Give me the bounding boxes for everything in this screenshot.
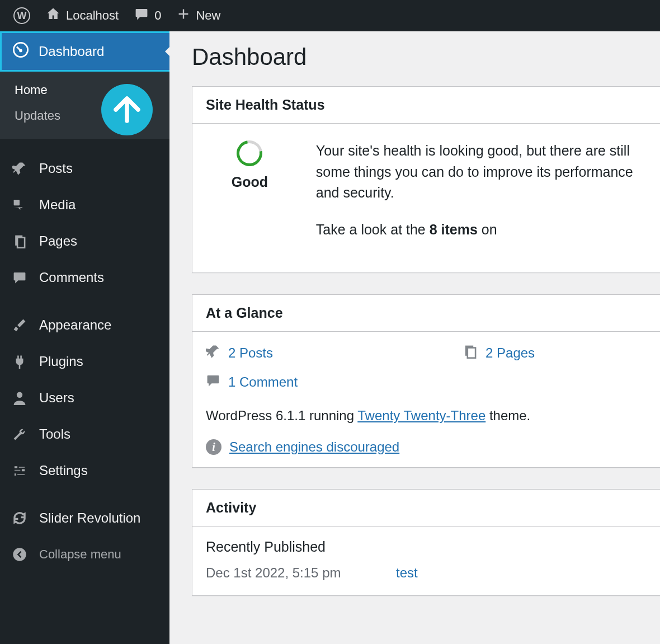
media-icon [11,198,28,212]
sidebar-item-label: Media [39,197,76,213]
pages-icon [463,344,478,362]
sidebar-item-pages[interactable]: Pages [0,223,169,259]
svg-point-5 [17,392,22,397]
new-label: New [196,8,220,23]
site-health-items-line: Take a look at the 8 items on [316,219,647,241]
user-icon [11,391,28,405]
site-health-status-label: Good [206,174,294,190]
sidebar-item-posts[interactable]: Posts [0,150,169,186]
glance-posts[interactable]: 2 Posts [206,344,273,362]
site-health-paragraph: Your site's health is looking good, but … [316,140,647,204]
sidebar-item-users[interactable]: Users [0,379,169,416]
glance-comments[interactable]: 1 Comment [206,373,298,391]
wordpress-version-info: WordPress 6.1.1 running Twenty Twenty-Th… [206,408,647,424]
search-discouraged-link[interactable]: Search engines discouraged [229,439,399,455]
sidebar-item-label: Tools [39,426,70,442]
site-health-header: Site Health Status [192,87,660,124]
glance-pages-link[interactable]: 2 Pages [485,345,535,361]
wordpress-logo-icon: W [13,7,30,24]
sidebar-item-label: Plugins [39,354,83,369]
menu-group-extra: Slider Revolution Collapse menu [0,488,169,572]
glance-posts-link[interactable]: 2 Posts [228,345,273,361]
activity-date: Dec 1st 2022, 5:15 pm [206,565,374,581]
comments-menu[interactable]: 0 [126,0,169,31]
at-a-glance-panel: At a Glance 2 Posts 2 Pages [192,294,660,468]
activity-item: Dec 1st 2022, 5:15 pm test [192,561,660,595]
gauge-ring-icon [232,135,267,171]
comment-count: 0 [154,8,161,23]
activity-panel: Activity Recently Published Dec 1st 2022… [192,489,660,596]
svg-point-1 [19,49,22,53]
glance-pages[interactable]: 2 Pages [463,344,535,362]
brush-icon [11,318,28,332]
refresh-icon [11,511,28,525]
glance-comments-link[interactable]: 1 Comment [228,374,298,390]
search-discouraged-notice: i Search engines discouraged [206,439,647,455]
wrench-icon [11,427,28,441]
sidebar-item-comments[interactable]: Comments [0,259,169,295]
menu-group-admin: Appearance Plugins Users Tools Settings [0,295,169,488]
sidebar-item-label: Settings [39,463,88,478]
site-health-gauge: Good [206,140,294,190]
svg-rect-2 [14,199,20,205]
site-name-menu[interactable]: Localhost [38,0,126,31]
svg-rect-8 [468,348,475,358]
dashboard-label: Dashboard [39,44,104,59]
collapse-icon [11,547,28,562]
sidebar-item-dashboard[interactable]: Dashboard [0,31,169,72]
home-icon [46,7,60,25]
collapse-label: Collapse menu [39,547,121,562]
sidebar-item-appearance[interactable]: Appearance [0,307,169,343]
site-health-text: Your site's health is looking good, but … [316,140,647,256]
sidebar-item-label: Pages [39,233,77,249]
activity-header: Activity [192,490,660,527]
sidebar-item-slider-revolution[interactable]: Slider Revolution [0,500,169,536]
plus-icon [177,7,190,24]
sidebar-item-plugins[interactable]: Plugins [0,343,169,379]
wp-logo-menu[interactable]: W [6,0,38,31]
site-name-label: Localhost [66,8,119,23]
comment-icon [206,373,220,391]
at-a-glance-header: At a Glance [192,295,660,332]
sidebar-item-label: Comments [39,270,104,285]
sliders-icon [11,463,28,478]
sidebar-item-label: Posts [39,161,73,176]
sidebar-item-label: Slider Revolution [39,510,140,526]
pin-icon [206,344,220,362]
theme-link[interactable]: Twenty Twenty-Three [357,408,485,423]
page-title: Dashboard [192,44,660,70]
admin-bar: W Localhost 0 New [0,0,660,31]
recently-published-header: Recently Published [192,527,660,561]
info-icon: i [206,439,221,455]
admin-sidebar: Dashboard Home Updates Posts Media Pages [0,31,169,644]
pin-icon [11,161,28,176]
pages-icon [11,234,28,248]
gauge-icon [13,42,29,61]
dashboard-submenu: Home Updates [0,72,169,139]
collapse-menu-button[interactable]: Collapse menu [0,536,169,572]
comment-icon [134,7,149,25]
menu-group-content: Posts Media Pages Comments [0,139,169,295]
site-health-panel: Site Health Status Good Your site's heal… [192,86,660,273]
svg-rect-4 [17,237,25,247]
sidebar-item-tools[interactable]: Tools [0,416,169,452]
sidebar-item-label: Users [39,390,74,406]
sidebar-item-media[interactable]: Media [0,186,169,223]
svg-point-6 [13,548,26,561]
activity-post-link[interactable]: test [396,565,418,581]
plug-icon [11,354,28,369]
new-content-menu[interactable]: New [169,0,228,31]
highlight-arrow-icon [101,84,153,135]
sidebar-item-label: Appearance [39,317,111,333]
content-area: Dashboard Site Health Status Good Your s… [169,31,660,644]
comment-icon [11,270,28,285]
sidebar-item-settings[interactable]: Settings [0,452,169,488]
